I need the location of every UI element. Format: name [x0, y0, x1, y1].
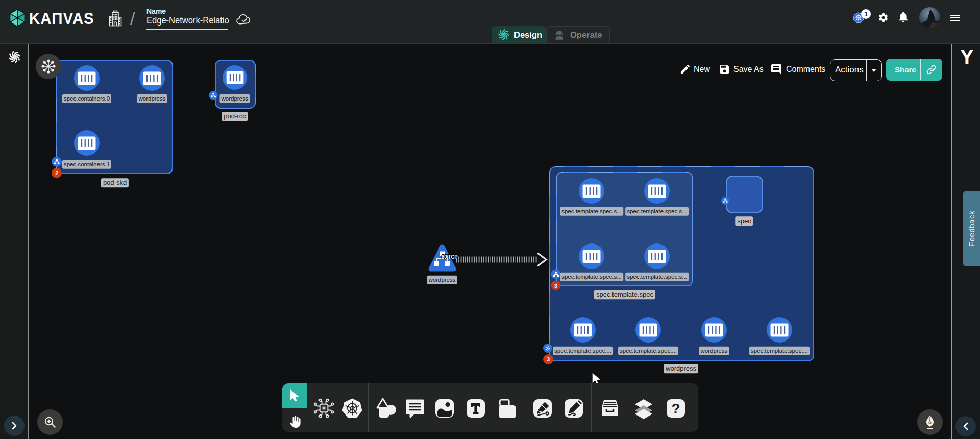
svg-text:?: ?: [671, 401, 680, 417]
